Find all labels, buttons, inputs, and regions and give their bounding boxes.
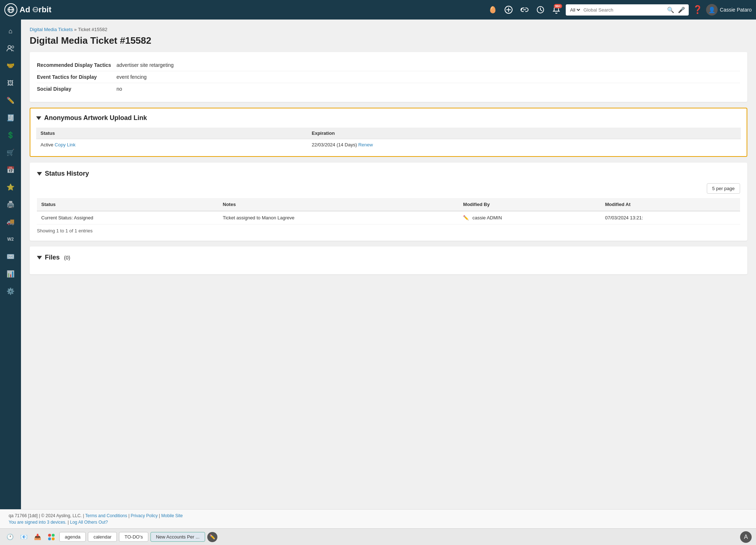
taskbar-inbox-icon[interactable]: 📥 bbox=[32, 531, 43, 543]
artwork-status-text: Active bbox=[41, 142, 53, 147]
info-label-1: Recommended Display Tactics bbox=[37, 62, 116, 68]
sidebar-item-deals[interactable]: 🤝 bbox=[3, 58, 18, 74]
taskbar-agenda-btn[interactable]: agenda bbox=[59, 532, 86, 542]
files-section-header: Files (0) bbox=[37, 254, 740, 261]
terms-link[interactable]: Terms and Conditions bbox=[85, 513, 127, 518]
artwork-expiration-text: 22/03/2024 (14 Days) bbox=[312, 142, 357, 147]
svg-point-7 bbox=[8, 46, 11, 48]
avatar: 👤 bbox=[706, 4, 718, 16]
table-row: Current Status: Assigned Ticket assigned… bbox=[37, 211, 740, 224]
app-name: Ad Orbit bbox=[20, 5, 51, 14]
sidebar-item-reports[interactable]: 📊 bbox=[3, 266, 18, 282]
renew-link-btn[interactable]: Renew bbox=[358, 142, 373, 147]
artwork-col-status: Status bbox=[36, 128, 307, 139]
search-filter-select[interactable]: All bbox=[569, 7, 581, 13]
row-modified-at: 07/03/2024 13:21: bbox=[601, 211, 740, 224]
sidebar-item-media[interactable]: 🖼 bbox=[3, 75, 18, 91]
svg-point-8 bbox=[12, 46, 14, 48]
help-btn[interactable]: ❓ bbox=[692, 4, 703, 16]
sidebar-item-settings[interactable]: ⚙️ bbox=[3, 283, 18, 299]
svg-point-10 bbox=[52, 534, 55, 537]
sidebar-item-calendar[interactable]: 📅 bbox=[3, 162, 18, 178]
search-input[interactable] bbox=[583, 7, 664, 13]
app-logo[interactable]: Ad Orbit bbox=[4, 3, 51, 16]
voice-search-btn[interactable]: 🎤 bbox=[677, 6, 686, 14]
col-modified-by: Modified By bbox=[459, 198, 600, 211]
taskbar-calendar-btn[interactable]: calendar bbox=[88, 532, 117, 542]
history-btn[interactable] bbox=[534, 3, 547, 16]
status-history-collapse-icon[interactable] bbox=[37, 172, 42, 176]
breadcrumb: Digital Media Tickets » Ticket #15582 bbox=[30, 27, 747, 32]
info-value-1: advertiser site retargeting bbox=[116, 62, 174, 68]
artwork-expiration-cell: 22/03/2024 (14 Days) Renew bbox=[307, 139, 741, 151]
artwork-table: Status Expiration Active Copy Link 22/03… bbox=[36, 128, 741, 150]
edit-icon[interactable]: ✏️ bbox=[463, 215, 469, 220]
main-container: ⌂ 🤝 🖼 ✏️ 🧾 💲 🛒 📅 ⭐ 🖨️ 🚚 W2 ✉️ 📊 ⚙️ Digit… bbox=[0, 20, 756, 509]
artwork-section-title: Anonymous Artwork Upload Link bbox=[44, 114, 147, 122]
status-history-title: Status History bbox=[45, 170, 89, 177]
artwork-section-header: Anonymous Artwork Upload Link bbox=[36, 114, 741, 122]
sidebar-item-finance[interactable]: 💲 bbox=[3, 127, 18, 143]
taskbar-clock-icon[interactable]: 🕐 bbox=[4, 531, 16, 543]
footer: qa 71766 [1dd] | © 2024 Aysling, LLC. | … bbox=[0, 509, 756, 528]
link-btn[interactable] bbox=[518, 3, 531, 16]
artwork-collapse-icon[interactable] bbox=[36, 116, 41, 120]
notification-btn[interactable]: 99+ bbox=[550, 3, 563, 16]
sidebar-item-editorial[interactable]: ✏️ bbox=[3, 93, 18, 108]
artwork-status-cell: Active Copy Link bbox=[36, 139, 307, 151]
logo-icon bbox=[4, 3, 17, 16]
taskbar: 🕐 📧 📥 agenda calendar TO-DO's New Accoun… bbox=[0, 528, 756, 545]
svg-point-9 bbox=[48, 534, 51, 537]
row-status: Current Status: Assigned bbox=[37, 211, 218, 224]
footer-row2: You are signed into 3 devices. | Log All… bbox=[9, 520, 747, 525]
sidebar: ⌂ 🤝 🖼 ✏️ 🧾 💲 🛒 📅 ⭐ 🖨️ 🚚 W2 ✉️ 📊 ⚙️ bbox=[0, 20, 21, 509]
sidebar-item-people[interactable] bbox=[3, 40, 18, 56]
add-btn[interactable] bbox=[502, 3, 515, 16]
taskbar-multicolor-icon[interactable] bbox=[46, 531, 57, 543]
per-page-btn[interactable]: 5 per page bbox=[707, 183, 740, 194]
taskbar-mail-icon[interactable]: 📧 bbox=[18, 531, 30, 543]
devices-link[interactable]: You are signed into 3 devices. bbox=[9, 520, 67, 525]
col-status: Status bbox=[37, 198, 218, 211]
info-value-2: event fencing bbox=[116, 74, 146, 80]
mobile-link[interactable]: Mobile Site bbox=[161, 513, 183, 518]
breadcrumb-separator: » bbox=[74, 27, 77, 32]
breadcrumb-parent-link[interactable]: Digital Media Tickets bbox=[30, 27, 73, 32]
taskbar-todo-btn[interactable]: TO-DO's bbox=[119, 532, 148, 542]
sidebar-item-orders[interactable]: 🛒 bbox=[3, 145, 18, 160]
info-row-2: Event Tactics for Display event fencing bbox=[37, 71, 740, 83]
sidebar-item-print[interactable]: 🖨️ bbox=[3, 197, 18, 213]
privacy-link[interactable]: Privacy Policy bbox=[131, 513, 158, 518]
navbar-actions: 🥚 99+ All 🔍 🎤 ❓ 👤 bbox=[486, 3, 752, 16]
row-notes: Ticket assigned to Manon Lagreve bbox=[218, 211, 459, 224]
sidebar-item-delivery[interactable]: 🚚 bbox=[3, 214, 18, 230]
modified-by-text: cassie ADMIN bbox=[472, 215, 502, 220]
artwork-upload-section: Anonymous Artwork Upload Link Status Exp… bbox=[30, 108, 747, 157]
taskbar-new-accounts-btn[interactable]: New Accounts Per ... bbox=[150, 532, 205, 542]
sidebar-item-mail[interactable]: ✉️ bbox=[3, 249, 18, 265]
status-history-section: Status History 5 per page Status Notes M… bbox=[30, 163, 747, 241]
svg-point-12 bbox=[52, 537, 55, 540]
files-section: Files (0) bbox=[30, 246, 747, 274]
notification-badge: 99+ bbox=[554, 4, 562, 8]
copy-link-btn[interactable]: Copy Link bbox=[55, 142, 76, 147]
easter-icon-btn[interactable]: 🥚 bbox=[486, 3, 499, 16]
info-label-2: Event Tactics for Display bbox=[37, 74, 116, 80]
artwork-row: Active Copy Link 22/03/2024 (14 Days) Re… bbox=[36, 139, 741, 151]
sidebar-item-w2[interactable]: W2 bbox=[3, 231, 18, 247]
sidebar-item-home[interactable]: ⌂ bbox=[3, 23, 18, 39]
files-collapse-icon[interactable] bbox=[37, 256, 42, 259]
navbar: Ad Orbit 🥚 99+ All 🔍 🎤 bbox=[0, 0, 756, 20]
user-area[interactable]: 👤 Cassie Pataro bbox=[706, 4, 752, 16]
row-modified-by: ✏️ cassie ADMIN bbox=[459, 211, 600, 224]
sidebar-item-invoices[interactable]: 🧾 bbox=[3, 110, 18, 126]
entries-info: Showing 1 to 1 of 1 entries bbox=[37, 228, 740, 233]
search-submit-btn[interactable]: 🔍 bbox=[666, 6, 675, 14]
sidebar-item-favorites[interactable]: ⭐ bbox=[3, 179, 18, 195]
artwork-col-expiration: Expiration bbox=[307, 128, 741, 139]
taskbar-right-btn[interactable]: A bbox=[740, 531, 752, 543]
logout-others-link[interactable]: Log All Others Out? bbox=[70, 520, 108, 525]
taskbar-edit-icon[interactable]: ✏️ bbox=[207, 532, 217, 542]
page-title: Digital Media Ticket #15582 bbox=[30, 35, 747, 46]
status-history-header: Status History bbox=[37, 170, 740, 177]
